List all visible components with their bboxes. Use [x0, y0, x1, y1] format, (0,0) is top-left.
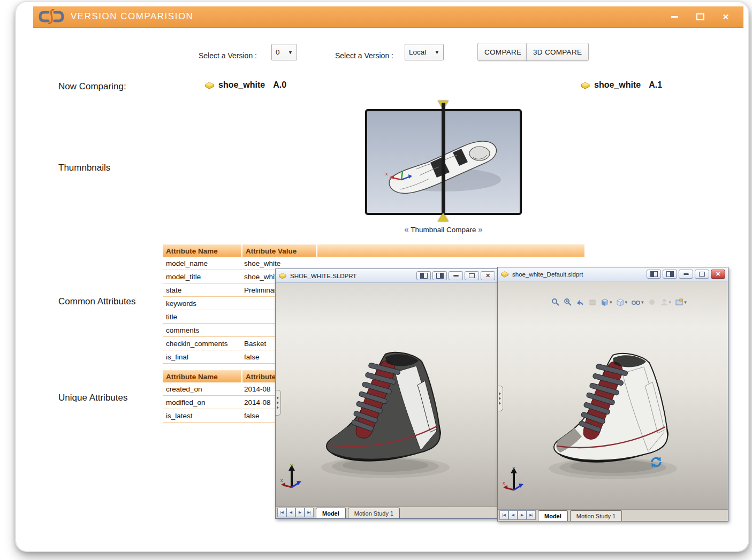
restore-button[interactable] [465, 271, 479, 280]
comparing-item-left: shoe_white A.0 [204, 80, 286, 90]
svg-text:Y: Y [512, 466, 515, 471]
rebuild-icon [649, 455, 663, 469]
origin-triad-icon: Y x [280, 463, 305, 490]
cad-window-controls: ✕ [647, 270, 725, 279]
cad-window-left-title: SHOE_WHITE.SLDPRT [290, 273, 356, 279]
thumbnail-compare-caption: « Thumbnail Compare » [365, 225, 522, 234]
view-orientation-icon[interactable]: ▾ [601, 298, 612, 306]
previous-view-icon[interactable] [576, 298, 584, 306]
thumbnail-compare-widget: x [365, 101, 522, 221]
restore-button[interactable] [695, 270, 709, 279]
svg-text:Y: Y [290, 463, 293, 469]
svg-text:x: x [503, 480, 505, 486]
pane-right-icon [436, 273, 444, 279]
zoom-fit-icon[interactable] [551, 298, 560, 306]
divider-handle-bottom-icon [438, 213, 449, 221]
cad-tabbar-right: |◀ ◀ ▶ ▶| Model Motion Study 1 [498, 509, 728, 521]
attr-value-header: Attribute Value [242, 244, 316, 257]
pane-left-button[interactable] [416, 271, 431, 280]
part-icon [580, 81, 590, 89]
cad-window-right-titlebar: shoe_white_Default.sldprt ✕ [498, 267, 728, 281]
cad-window-right-title: shoe_white_Default.sldprt [512, 271, 583, 278]
restore-icon [469, 273, 475, 278]
maximize-icon [696, 13, 704, 20]
close-icon: ✕ [485, 273, 490, 279]
part-icon [500, 271, 509, 278]
compare-prev-arrow-icon[interactable]: « [404, 225, 408, 234]
minimize-icon [453, 275, 459, 277]
cad-window-right: shoe_white_Default.sldprt ✕ ▾ ▾ ▾ ▾ ▾ [497, 267, 728, 521]
cad-window-left-titlebar: SHOE_WHITE.SLDPRT ✕ [276, 269, 498, 283]
appearance-icon[interactable] [648, 298, 656, 306]
minimize-icon [671, 16, 678, 18]
next-tab-button[interactable]: ▶ [518, 510, 527, 520]
first-tab-button[interactable]: |◀ [277, 508, 286, 517]
minimize-icon [683, 273, 689, 275]
hide-show-items-icon[interactable]: ▾ [631, 298, 644, 306]
scene-icon[interactable]: ▾ [660, 298, 672, 306]
shoe-model-dark [305, 312, 468, 484]
compare-next-arrow-icon[interactable]: » [478, 225, 482, 234]
prev-tab-button[interactable]: ◀ [508, 510, 518, 520]
close-button[interactable]: ✕ [711, 270, 725, 279]
model-tab[interactable]: Model [538, 510, 568, 521]
attr-header-filler [317, 244, 584, 257]
now-comparing-label: Now Comparing: [58, 81, 126, 92]
next-tab-button[interactable]: ▶ [295, 508, 305, 517]
minimize-button[interactable] [669, 12, 680, 21]
app-window: VERSION COMPARISION ✕ Select a Version :… [33, 6, 743, 537]
cad-viewport-right[interactable]: ▾ ▾ ▾ ▾ ▾ [498, 281, 728, 509]
window-title: VERSION COMPARISION [71, 11, 193, 22]
origin-triad-icon: Y x [502, 465, 527, 493]
feature-panel-collapse-handle[interactable] [276, 390, 281, 416]
view-settings-icon[interactable]: ▾ [675, 298, 687, 306]
display-style-icon[interactable]: ▾ [616, 298, 628, 306]
motion-study-tab[interactable]: Motion Study 1 [348, 508, 400, 518]
first-tab-button[interactable]: |◀ [499, 510, 508, 520]
part-icon [278, 272, 287, 279]
compare-button[interactable]: COMPARE [477, 43, 528, 61]
pane-right-button[interactable] [432, 271, 447, 280]
minimize-button[interactable] [449, 271, 463, 280]
model-version: A.1 [649, 80, 662, 90]
prev-tab-button[interactable]: ◀ [286, 508, 295, 517]
close-icon: ✕ [716, 271, 720, 277]
pane-left-icon [650, 271, 658, 277]
attr-name-header: Attribute Name [163, 370, 241, 382]
heads-up-toolbar: ▾ ▾ ▾ ▾ ▾ [551, 298, 687, 306]
motion-study-tab[interactable]: Motion Study 1 [570, 510, 622, 521]
restore-icon [699, 272, 705, 277]
close-button[interactable]: ✕ [720, 12, 732, 21]
chevron-down-icon: ▼ [288, 50, 293, 55]
unique-attributes-label: Unique Attributes [58, 393, 127, 403]
model-tab[interactable]: Model [316, 508, 346, 518]
select-version-label-right: Select a Version : [335, 51, 393, 60]
pane-right-button[interactable] [663, 270, 677, 279]
feature-panel-collapse-handle[interactable] [498, 386, 503, 411]
minimize-button[interactable] [679, 270, 693, 279]
svg-text:x: x [385, 171, 388, 177]
compare-3d-button[interactable]: 3D COMPARE [526, 43, 589, 61]
zoom-area-icon[interactable] [564, 298, 572, 306]
common-attributes-label: Common Attributes [58, 296, 136, 307]
model-name: shoe_white [594, 80, 641, 90]
chevron-down-icon: ▼ [435, 50, 439, 55]
thumbnails-section-label: Thumnbnails [58, 163, 110, 173]
section-view-icon[interactable] [588, 298, 597, 306]
maximize-button[interactable] [694, 12, 706, 21]
last-tab-button[interactable]: ▶| [527, 510, 536, 520]
cad-window-controls: ✕ [416, 271, 495, 280]
last-tab-button[interactable]: ▶| [305, 508, 314, 517]
pane-left-button[interactable] [647, 270, 661, 279]
version-dropdown-right[interactable]: Local ▼ [405, 44, 444, 60]
version-dropdown-left[interactable]: 0 ▼ [271, 44, 297, 60]
cad-tabbar-left: |◀ ◀ ▶ ▶| Model Motion Study 1 [276, 507, 498, 518]
close-button[interactable]: ✕ [481, 271, 495, 280]
cad-viewport-left[interactable]: Y x [276, 283, 498, 507]
shoe-model-white [533, 313, 696, 485]
part-icon [204, 81, 215, 89]
svg-text:x: x [280, 478, 283, 483]
thumbnail-compare-divider[interactable] [442, 103, 445, 219]
table-header: Attribute Name Attribute Value [163, 244, 584, 257]
select-version-label-left: Select a Version : [199, 51, 257, 60]
